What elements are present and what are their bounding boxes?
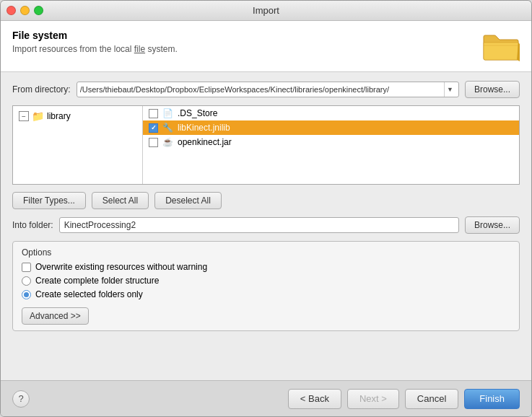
option-row-selected-folders: Create selected folders only [22, 289, 510, 299]
header-section: File system Import resources from the lo… [1, 21, 531, 72]
folder-icon-tree: 📁 [32, 110, 44, 122]
option-label-selected-folders: Create selected folders only [35, 289, 143, 299]
footer-left: ? [12, 390, 30, 408]
tree-item-label: library [47, 111, 71, 121]
help-button[interactable]: ? [12, 390, 30, 408]
select-all-button[interactable]: Select All [92, 192, 149, 209]
maximize-button[interactable] [34, 6, 43, 15]
header-top: File system Import resources from the lo… [12, 30, 520, 61]
dialog-content: File system Import resources from the lo… [1, 21, 531, 416]
tree-item-library[interactable]: − 📁 library [16, 109, 139, 123]
options-group: Options Overwrite existing resources wit… [12, 241, 520, 331]
file-name-libkinect: libKinect.jnilib [178, 123, 230, 133]
traffic-lights [6, 6, 43, 15]
header-text: File system Import resources from the lo… [12, 30, 178, 54]
file-checkbox-libkinect[interactable]: ✓ [149, 123, 158, 133]
advanced-button[interactable]: Advanced >> [22, 307, 89, 325]
folder-icon [482, 30, 520, 61]
option-row-overwrite: Overwrite existing resources without war… [22, 262, 510, 272]
file-item-ds-store[interactable]: 📄 .DS_Store [143, 106, 519, 120]
back-button[interactable]: < Back [288, 389, 341, 409]
option-label-complete-folder: Create complete folder structure [35, 276, 159, 286]
filter-types-button[interactable]: Filter Types... [12, 192, 86, 209]
checkmark-icon: ✓ [151, 124, 157, 131]
finish-button[interactable]: Finish [464, 389, 520, 409]
into-folder-value: KinectProcessing2 [64, 220, 136, 230]
from-directory-label: From directory: [12, 84, 71, 95]
header-subtitle: Import resources from the local file sys… [12, 44, 178, 54]
footer: ? < Back Next > Cancel Finish [1, 380, 531, 416]
directory-combo[interactable]: /Users/thiebaut/Desktop/Dropbox/EclipseW… [77, 82, 459, 97]
file-icon-openkinect: ☕ [162, 137, 173, 147]
file-name-ds-store: .DS_Store [178, 108, 217, 118]
file-item-libkinect[interactable]: ✓ 🔧 libKinect.jnilib [143, 120, 519, 135]
file-icon-libkinect: 🔧 [162, 123, 173, 133]
header-title: File system [12, 30, 178, 41]
option-row-complete-folder: Create complete folder structure [22, 276, 510, 286]
file-list-panel: 📄 .DS_Store ✓ 🔧 libKinect.jnilib ☕ openk… [143, 106, 519, 184]
into-folder-field[interactable]: KinectProcessing2 [59, 217, 459, 233]
option-checkbox-overwrite[interactable] [22, 263, 31, 272]
file-icon-ds-store: 📄 [162, 108, 173, 118]
titlebar: Import [1, 1, 531, 21]
file-item-openkinect[interactable]: ☕ openkinect.jar [143, 135, 519, 149]
import-dialog: Import File system Import resources from… [0, 0, 532, 417]
options-title: Options [22, 247, 510, 258]
directory-path: /Users/thiebaut/Desktop/Dropbox/EclipseW… [80, 85, 444, 94]
minimize-button[interactable] [20, 6, 30, 15]
into-folder-browse-button[interactable]: Browse... [465, 216, 520, 234]
cancel-button[interactable]: Cancel [405, 389, 458, 409]
dropdown-arrow-icon[interactable]: ▼ [444, 82, 455, 97]
option-label-overwrite: Overwrite existing resources without war… [35, 262, 207, 272]
collapse-icon[interactable]: − [19, 111, 29, 121]
deselect-all-button[interactable]: Deselect All [154, 192, 222, 209]
footer-right: < Back Next > Cancel Finish [288, 389, 520, 409]
from-directory-browse-button[interactable]: Browse... [465, 81, 520, 98]
into-folder-row: Into folder: KinectProcessing2 Browse... [12, 216, 520, 234]
close-button[interactable] [6, 6, 16, 15]
window-title: Import [253, 5, 279, 16]
file-browser: − 📁 library 📄 .DS_Store ✓ [12, 105, 520, 185]
option-radio-complete-folder[interactable] [22, 276, 31, 286]
file-checkbox-ds-store[interactable] [149, 109, 158, 118]
file-name-openkinect: openkinect.jar [178, 137, 232, 147]
file-checkbox-openkinect[interactable] [149, 138, 158, 147]
main-section: From directory: /Users/thiebaut/Desktop/… [1, 72, 531, 380]
action-buttons-row: Filter Types... Select All Deselect All [12, 192, 520, 209]
from-directory-row: From directory: /Users/thiebaut/Desktop/… [12, 81, 520, 98]
tree-panel: − 📁 library [13, 106, 143, 184]
next-button[interactable]: Next > [347, 389, 399, 409]
option-radio-selected-folders[interactable] [22, 290, 31, 299]
into-folder-label: Into folder: [12, 220, 53, 230]
